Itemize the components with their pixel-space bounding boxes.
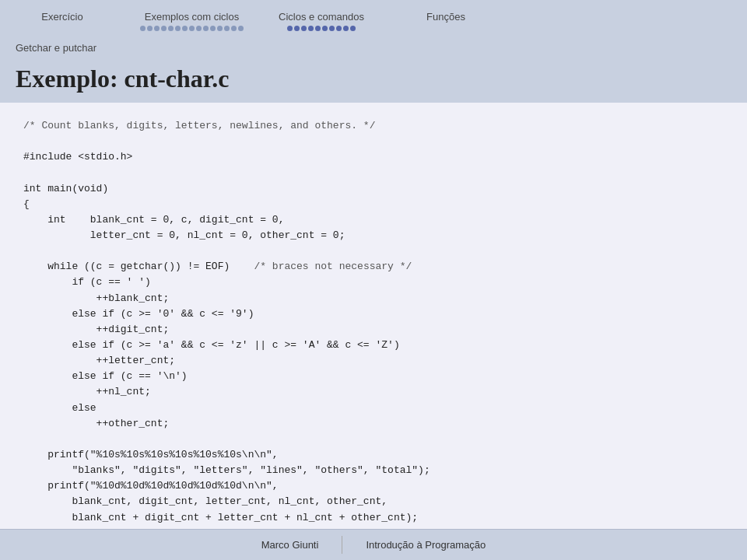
- subtitle-bar: Getchar e putchar: [0, 39, 747, 58]
- page-title: Exemplo: cnt-char.c: [16, 65, 731, 93]
- subtitle-text: Getchar e putchar: [16, 42, 96, 54]
- dot: [189, 26, 195, 31]
- dot: [154, 26, 160, 31]
- dot-filled: [287, 26, 293, 31]
- nav-exemplos[interactable]: Exemplos com ciclos: [124, 6, 259, 39]
- nav-ciclos-label: Ciclos e comandos: [279, 11, 364, 23]
- nav-funcoes-label: Funções: [426, 11, 465, 23]
- dot: [238, 26, 244, 31]
- dot: [217, 26, 223, 31]
- nav-exemplos-label: Exemplos com ciclos: [145, 11, 239, 23]
- dot: [210, 26, 216, 31]
- code-block: /* Count blanks, digits, letters, newlin…: [23, 118, 724, 529]
- nav-ciclos-dots: [287, 26, 356, 31]
- dot-filled: [350, 26, 356, 31]
- dot: [231, 26, 237, 31]
- dot-filled: [329, 26, 335, 31]
- dot: [140, 26, 146, 31]
- dot: [224, 26, 230, 31]
- dot: [182, 26, 188, 31]
- nav-funcoes[interactable]: Funções: [384, 6, 508, 30]
- footer-right: Introdução à Programação: [342, 536, 509, 554]
- dot-filled: [294, 26, 300, 31]
- main-content: /* Count blanks, digits, letters, newlin…: [0, 103, 747, 529]
- dot: [168, 26, 174, 31]
- footer: Marco Giunti Introdução à Programação: [0, 529, 747, 560]
- dot: [147, 26, 153, 31]
- dot: [196, 26, 202, 31]
- dot-filled: [308, 26, 314, 31]
- code-comment-1: /* Count blanks, digits, letters, newlin…: [23, 120, 375, 131]
- dot-filled: [301, 26, 307, 31]
- nav-ciclos[interactable]: Ciclos e comandos: [259, 6, 384, 39]
- dot-filled: [322, 26, 328, 31]
- title-section: Exemplo: cnt-char.c: [0, 58, 747, 103]
- dot: [203, 26, 209, 31]
- nav-exercicio[interactable]: Exercício: [0, 6, 124, 30]
- footer-left: Marco Giunti: [238, 536, 343, 554]
- dot: [161, 26, 167, 31]
- dot: [175, 26, 181, 31]
- dot-filled: [343, 26, 349, 31]
- code-comment-2: /* braces not necessary */: [254, 261, 412, 272]
- nav-exemplos-dots: [140, 26, 244, 31]
- nav-exercicio-label: Exercício: [41, 11, 82, 23]
- nav-bar: Exercício Exemplos com ciclos Ciclos e c…: [0, 0, 747, 39]
- dot-filled: [315, 26, 321, 31]
- dot-filled: [336, 26, 342, 31]
